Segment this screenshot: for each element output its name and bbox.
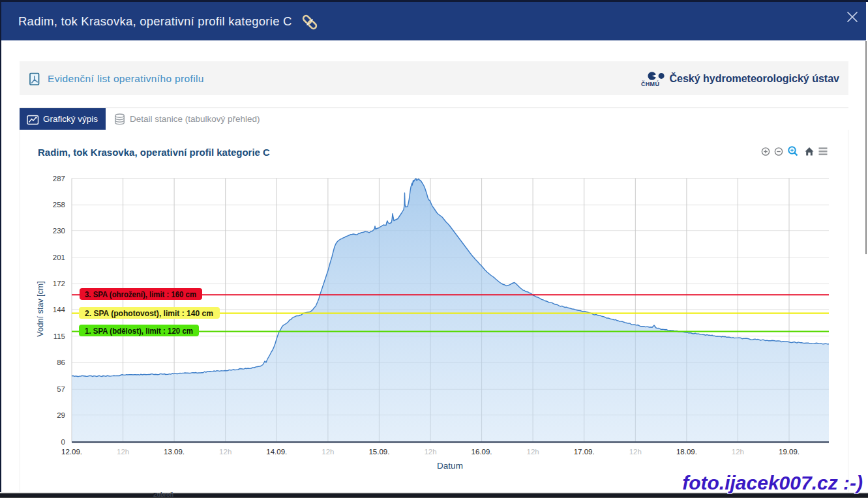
svg-text:12h: 12h bbox=[629, 448, 642, 456]
svg-text:13.09.: 13.09. bbox=[164, 448, 185, 456]
svg-text:0: 0 bbox=[61, 438, 65, 446]
svg-text:144: 144 bbox=[53, 306, 66, 314]
svg-text:Datum: Datum bbox=[437, 461, 463, 471]
svg-text:86: 86 bbox=[57, 359, 65, 366]
svg-text:2. SPA (pohotovost), limit : 1: 2. SPA (pohotovost), limit : 140 cm bbox=[85, 309, 213, 318]
svg-text:12h: 12h bbox=[117, 448, 129, 456]
svg-text:29: 29 bbox=[57, 411, 65, 419]
svg-text:230: 230 bbox=[53, 227, 65, 235]
svg-text:1. SPA (bdělost), limit : 120: 1. SPA (bdělost), limit : 120 cm bbox=[85, 327, 193, 336]
svg-text:12h: 12h bbox=[424, 448, 436, 456]
svg-text:Vodní stav [cm]: Vodní stav [cm] bbox=[36, 281, 45, 336]
svg-text:12h: 12h bbox=[527, 448, 539, 456]
svg-text:16.09.: 16.09. bbox=[471, 448, 492, 456]
svg-text:17.09.: 17.09. bbox=[574, 448, 595, 456]
svg-text:12h: 12h bbox=[322, 448, 334, 456]
svg-text:12h: 12h bbox=[732, 448, 744, 456]
svg-text:201: 201 bbox=[53, 254, 65, 261]
svg-text:57: 57 bbox=[57, 385, 65, 393]
svg-text:ČHMÚ: ČHMÚ bbox=[641, 80, 659, 87]
svg-text:12.09.: 12.09. bbox=[61, 448, 82, 456]
svg-text:172: 172 bbox=[53, 280, 65, 287]
svg-text:14.09.: 14.09. bbox=[266, 448, 287, 456]
svg-text:287: 287 bbox=[53, 175, 65, 183]
svg-text:18.09.: 18.09. bbox=[676, 448, 697, 456]
svg-text:3. SPA (ohrožení), limit : 160: 3. SPA (ohrožení), limit : 160 cm bbox=[85, 290, 196, 299]
svg-text:19.09.: 19.09. bbox=[779, 448, 800, 456]
svg-text:258: 258 bbox=[53, 201, 65, 209]
svg-text:15.09.: 15.09. bbox=[368, 448, 389, 456]
svg-text:12h: 12h bbox=[219, 448, 232, 456]
svg-text:115: 115 bbox=[53, 332, 65, 340]
